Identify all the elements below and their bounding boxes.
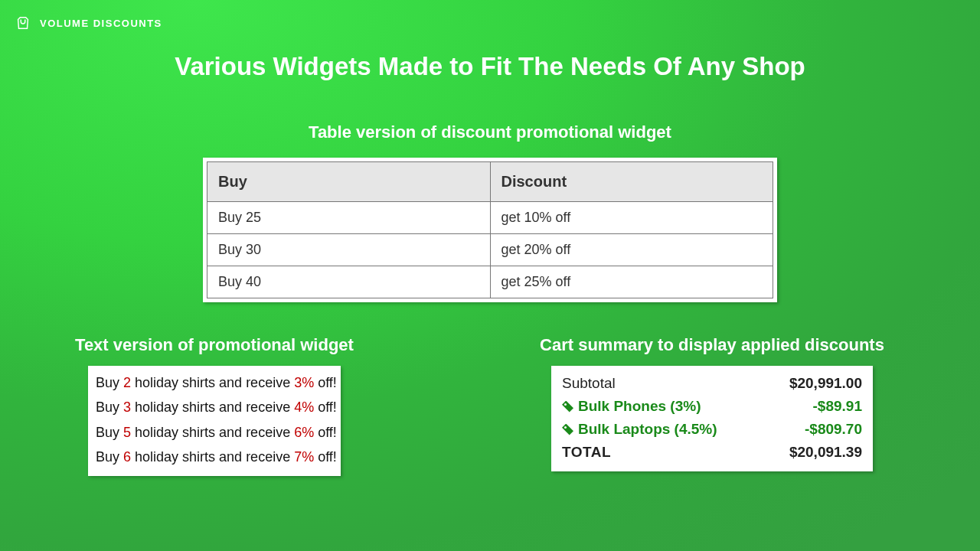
promo-qty: 6 [123,449,131,465]
promo-qty: 5 [123,425,131,440]
buy-cell: Buy 30 [207,234,491,266]
text-widget-section: Text version of promotional widget Buy 2… [46,335,383,476]
promo-text: holiday shirts and receive [131,425,294,440]
promo-qty: 3 [123,399,131,415]
table-row: Buy 40 get 25% off [207,266,773,298]
cart-summary-card: Subtotal $20,991.00 Bulk Phones (3%) -$8… [551,366,873,471]
promo-line: Buy 5 holiday shirts and receive 6% off! [96,420,333,445]
total-amount: $20,091.39 [789,444,862,461]
promo-qty: 2 [123,375,131,390]
discount-amount: -$809.70 [805,421,862,438]
promo-text: Buy [96,375,123,390]
table-row: Buy 30 get 20% off [207,234,773,266]
tag-icon [562,401,573,412]
cart-widget-section: Cart summary to display applied discount… [490,335,934,471]
tag-icon [562,424,573,435]
text-widget-card: Buy 2 holiday shirts and receive 3% off!… [88,366,341,476]
total-label: TOTAL [562,444,611,461]
discount-label: Bulk Phones (3%) [562,398,701,415]
promo-line: Buy 6 holiday shirts and receive 7% off! [96,445,333,469]
discount-amount: -$89.91 [813,398,862,415]
discount-cell: get 10% off [490,202,773,234]
discount-cell: get 20% off [490,234,773,266]
table-row: Buy 25 get 10% off [207,202,773,234]
promo-text: off! [314,425,337,440]
promo-pct: 6% [294,425,314,440]
discount-text: Bulk Phones (3%) [578,398,701,415]
promo-text: Buy [96,425,123,440]
promo-pct: 3% [294,375,314,390]
promo-text: Buy [96,449,123,465]
cart-total-row: TOTAL $20,091.39 [562,441,862,464]
brand-label: VOLUME DISCOUNTS [40,18,162,29]
promo-text: holiday shirts and receive [131,449,294,465]
promo-pct: 4% [294,399,314,415]
page-title: Various Widgets Made to Fit The Needs Of… [0,52,980,81]
promo-text: off! [314,375,337,390]
subtotal-amount: $20,991.00 [789,375,862,392]
promo-text: off! [314,399,337,415]
discount-label: Bulk Laptops (4.5%) [562,421,717,438]
discount-table-card: Buy Discount Buy 25 get 10% off Buy 30 g… [203,158,777,302]
buy-cell: Buy 25 [207,202,491,234]
discount-cell: get 25% off [490,266,773,298]
text-widget-heading: Text version of promotional widget [46,335,383,355]
table-widget-section: Table version of discount promotional wi… [0,122,980,302]
promo-text: Buy [96,399,123,415]
col-discount-header: Discount [490,162,773,202]
promo-text: off! [314,449,337,465]
subtotal-label: Subtotal [562,375,616,392]
cart-discount-row: Bulk Phones (3%) -$89.91 [562,395,862,418]
promo-line: Buy 2 holiday shirts and receive 3% off! [96,370,333,395]
table-widget-heading: Table version of discount promotional wi… [0,122,980,142]
cart-subtotal-row: Subtotal $20,991.00 [562,372,862,395]
promo-text: holiday shirts and receive [131,399,294,415]
discount-table: Buy Discount Buy 25 get 10% off Buy 30 g… [207,161,773,298]
brand: VOLUME DISCOUNTS [14,14,162,32]
discount-text: Bulk Laptops (4.5%) [578,421,717,438]
promo-line: Buy 3 holiday shirts and receive 4% off! [96,395,333,419]
buy-cell: Buy 40 [207,266,491,298]
col-buy-header: Buy [207,162,491,202]
promo-pct: 7% [294,449,314,465]
promo-text: holiday shirts and receive [131,375,294,390]
cart-icon [14,14,32,32]
cart-discount-row: Bulk Laptops (4.5%) -$809.70 [562,418,862,441]
cart-widget-heading: Cart summary to display applied discount… [490,335,934,355]
